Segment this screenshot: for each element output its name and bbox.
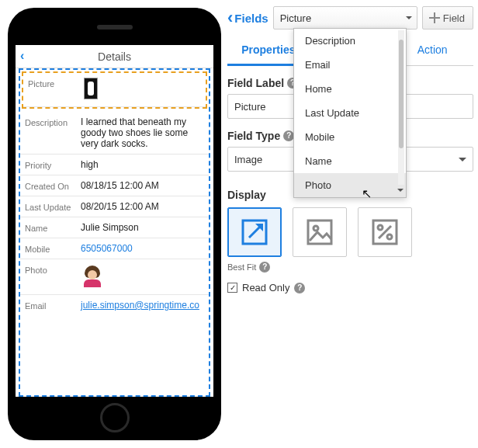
field-select-menu[interactable]: Description Email Home Last Update Mobil… bbox=[293, 28, 407, 198]
details-selection[interactable]: Picture Description I learned that benea… bbox=[19, 68, 210, 397]
row-value: I learned that beneath my goody two shoe… bbox=[81, 116, 204, 149]
back-icon[interactable]: ‹ bbox=[20, 49, 24, 63]
table-row[interactable]: Created On 08/18/15 12:00 AM bbox=[20, 175, 209, 196]
svg-point-4 bbox=[378, 225, 383, 230]
dropdown-option[interactable]: Email bbox=[294, 53, 406, 77]
row-label: Name bbox=[25, 222, 81, 233]
row-label: Picture bbox=[28, 78, 84, 102]
row-value: 08/18/15 12:00 AM bbox=[81, 180, 204, 191]
field-editor-panel: Fields Picture Field Properties Style Ac… bbox=[227, 5, 473, 443]
display-original[interactable] bbox=[293, 207, 347, 257]
row-value[interactable]: julie.simpson@springtime.co bbox=[81, 300, 204, 311]
breadcrumb[interactable]: Fields bbox=[227, 12, 268, 25]
row-value: 08/20/15 12:00 AM bbox=[81, 201, 204, 212]
dropdown-value: Picture bbox=[280, 12, 311, 24]
selected-field-row[interactable]: Picture bbox=[22, 71, 207, 109]
avatar bbox=[81, 264, 204, 290]
chevron-down-icon bbox=[397, 189, 404, 195]
expand-icon bbox=[241, 218, 268, 246]
phone-home-button bbox=[100, 403, 130, 432]
table-row[interactable]: Name Julie Simpson bbox=[20, 217, 209, 238]
checkbox-icon[interactable]: ✓ bbox=[227, 283, 237, 293]
display-best-fit[interactable] bbox=[227, 207, 282, 257]
row-label: Email bbox=[25, 300, 81, 311]
plus-icon bbox=[429, 12, 440, 23]
field-type-value: Image bbox=[234, 154, 262, 165]
row-value: Julie Simpson bbox=[81, 222, 204, 233]
dropdown-option[interactable]: Last Update bbox=[294, 101, 406, 125]
picture-thumb bbox=[84, 78, 201, 102]
help-icon[interactable]: ? bbox=[259, 262, 270, 273]
read-only-label: Read Only bbox=[242, 282, 289, 293]
dropdown-option[interactable]: Mobile bbox=[294, 125, 406, 149]
row-value[interactable]: 6505067000 bbox=[81, 243, 204, 254]
chevron-down-icon bbox=[459, 158, 466, 165]
phone-navbar: ‹ Details bbox=[16, 45, 213, 68]
display-caption: Best Fit ? bbox=[227, 262, 473, 273]
page-title: Details bbox=[98, 50, 131, 63]
add-field-button[interactable]: Field bbox=[422, 6, 473, 30]
row-label: Created On bbox=[25, 180, 81, 191]
field-select-dropdown[interactable]: Picture bbox=[273, 6, 417, 30]
dropdown-option[interactable]: Name bbox=[294, 149, 406, 173]
row-value: high bbox=[81, 159, 204, 170]
table-row[interactable]: Description I learned that beneath my go… bbox=[20, 112, 209, 155]
table-row[interactable]: Mobile 6505067000 bbox=[20, 238, 209, 259]
phone-speaker bbox=[97, 25, 133, 30]
table-row[interactable]: Last Update 08/20/15 12:00 AM bbox=[20, 196, 209, 217]
dropdown-option[interactable]: Description bbox=[294, 29, 406, 53]
svg-point-5 bbox=[387, 234, 392, 239]
dropdown-option[interactable]: Photo bbox=[294, 173, 406, 197]
breadcrumb-label: Fields bbox=[234, 12, 268, 25]
image-icon bbox=[306, 218, 334, 246]
phone-mock: ‹ Details Picture Description I learned … bbox=[8, 8, 221, 440]
percent-icon bbox=[371, 218, 399, 246]
row-label: Priority bbox=[25, 159, 81, 170]
row-label: Description bbox=[25, 116, 81, 149]
dropdown-option[interactable]: Home bbox=[294, 77, 406, 101]
table-row[interactable]: Photo bbox=[20, 259, 209, 295]
row-label: Mobile bbox=[25, 243, 81, 254]
cursor-icon: ↖ bbox=[362, 186, 372, 201]
scrollbar[interactable] bbox=[398, 30, 404, 185]
display-percent[interactable] bbox=[358, 207, 412, 257]
add-field-label: Field bbox=[443, 12, 465, 24]
help-icon[interactable]: ? bbox=[294, 283, 305, 293]
table-row[interactable]: Email julie.simpson@springtime.co bbox=[20, 295, 209, 315]
row-label: Photo bbox=[25, 264, 81, 290]
row-label: Last Update bbox=[25, 201, 81, 212]
table-row[interactable]: Priority high bbox=[20, 155, 209, 175]
svg-rect-1 bbox=[308, 221, 331, 244]
display-options bbox=[227, 207, 473, 257]
svg-point-2 bbox=[313, 226, 318, 231]
phone-screen: ‹ Details Picture Description I learned … bbox=[16, 45, 213, 397]
chevron-down-icon bbox=[406, 16, 412, 23]
read-only-row[interactable]: ✓ Read Only ? bbox=[227, 282, 473, 293]
